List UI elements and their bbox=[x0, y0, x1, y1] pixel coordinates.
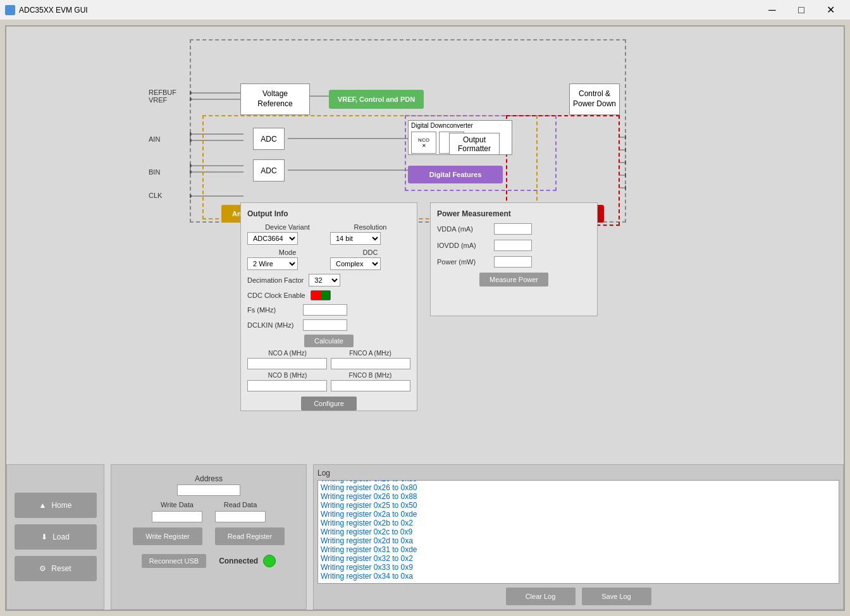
iovdd-value[interactable]: 47.3 bbox=[494, 240, 532, 251]
block-diagram: REFBUF VREF AIN BIN CLK VoltageReference… bbox=[13, 33, 837, 229]
load-button[interactable]: ⬇ Load bbox=[15, 524, 97, 550]
control-power-label: Control &Power Down bbox=[573, 89, 616, 109]
cdc-clock-label: CDC Clock Enable bbox=[247, 292, 305, 299]
adc-1-label: ADC bbox=[261, 135, 276, 144]
svg-point-3 bbox=[190, 97, 192, 101]
vref-control-pdn-button[interactable]: VREF, Control and PDN bbox=[329, 90, 424, 109]
fs-input[interactable]: 125.0 bbox=[303, 304, 347, 316]
vdda-value[interactable]: 67.5 bbox=[494, 223, 532, 235]
connected-label: Connected bbox=[219, 557, 258, 565]
cdc-clock-toggle[interactable] bbox=[311, 290, 331, 300]
nco-a-input[interactable]: 168362718 bbox=[247, 358, 327, 369]
svg-marker-22 bbox=[625, 135, 626, 140]
resolution-select[interactable]: 14 bit16 bit12 bit bbox=[330, 232, 381, 245]
write-data-label: Write Data bbox=[161, 501, 194, 508]
output-formatter-label: Output Formatter bbox=[450, 135, 499, 153]
svg-point-2 bbox=[190, 91, 192, 95]
minimize-button[interactable]: ─ bbox=[758, 0, 787, 20]
reconnect-usb-button[interactable]: Reconnect USB bbox=[142, 554, 206, 568]
nco-block: NCO✕ bbox=[411, 132, 436, 154]
home-label: Home bbox=[51, 501, 71, 510]
main-window: REFBUF VREF AIN BIN CLK VoltageReference… bbox=[5, 25, 845, 611]
address-label: Address bbox=[177, 474, 240, 483]
nav-panel: ▲ Home ⬇ Load ⚙ Reset bbox=[6, 464, 104, 610]
power-measurement-panel: Power Measurement VDDA (mA) 67.5 IOVDD (… bbox=[430, 202, 598, 316]
fs-label: Fs (MHz) bbox=[247, 306, 298, 314]
read-data-input[interactable]: 0x00 bbox=[215, 511, 266, 522]
voltage-ref-label: VoltageReference bbox=[257, 89, 292, 109]
log-title: Log bbox=[317, 469, 839, 477]
title-bar: ADC35XX EVM GUI ─ □ ✕ bbox=[0, 0, 850, 20]
bottom-section: ▲ Home ⬇ Load ⚙ Reset Address 0x0000 Wri… bbox=[6, 464, 844, 610]
bin-label: BIN bbox=[149, 168, 160, 176]
vdda-label: VDDA (mA) bbox=[437, 225, 488, 233]
power-measurement-title: Power Measurement bbox=[437, 209, 591, 218]
close-button[interactable]: ✕ bbox=[816, 0, 845, 20]
reset-button[interactable]: ⚙ Reset bbox=[15, 556, 97, 581]
digital-features-button[interactable]: Digital Features bbox=[408, 166, 503, 183]
output-info-title: Output Info bbox=[247, 209, 410, 218]
reset-label: Reset bbox=[51, 564, 71, 573]
device-variant-select[interactable]: ADC3664ADC3662ADC3660 bbox=[247, 232, 298, 245]
refbuf-label: REFBUF bbox=[149, 89, 176, 96]
power-value[interactable]: 206.0 bbox=[494, 256, 532, 268]
measure-power-button[interactable]: Measure Power bbox=[479, 273, 548, 286]
save-log-button[interactable]: Save Log bbox=[582, 588, 651, 605]
maximize-button[interactable]: □ bbox=[787, 0, 816, 20]
vref-label: VREF bbox=[149, 96, 167, 104]
svg-point-13 bbox=[190, 194, 192, 198]
adc-2-label: ADC bbox=[261, 166, 276, 175]
ddc-label: Digital Downconverter bbox=[411, 122, 473, 129]
dclkin-label: DCLKIN (MHz) bbox=[247, 321, 298, 329]
ain-label: AIN bbox=[149, 135, 160, 143]
address-input[interactable]: 0x0000 bbox=[177, 484, 240, 496]
register-panel: Address 0x0000 Write Data 0x00 Read Data… bbox=[111, 464, 307, 610]
nco-b-input[interactable]: 168362718 bbox=[247, 380, 327, 391]
load-label: Load bbox=[52, 533, 70, 541]
decimation-select[interactable]: 3281664 bbox=[309, 274, 340, 286]
iovdd-label: IOVDD (mA) bbox=[437, 242, 488, 249]
svg-marker-25 bbox=[625, 173, 626, 178]
log-panel: Log Writing register 0x26 to 0x80Writing… bbox=[313, 464, 844, 610]
output-info-panel: Output Info Device Variant Resolution AD… bbox=[240, 202, 417, 411]
device-variant-label: Device Variant bbox=[247, 223, 328, 231]
home-button[interactable]: ▲ Home bbox=[15, 493, 97, 518]
svg-point-7 bbox=[190, 139, 192, 142]
log-content[interactable]: Writing register 0x26 to 0x80Writing reg… bbox=[317, 480, 839, 584]
svg-marker-26 bbox=[625, 185, 626, 190]
calculate-button[interactable]: Calculate bbox=[304, 335, 354, 347]
app-icon bbox=[5, 5, 15, 15]
ddc-select[interactable]: ComplexReal bbox=[330, 257, 381, 270]
nco-b-label: NCO B (MHz) bbox=[247, 372, 328, 379]
fnco-a-input[interactable]: 4.8999999999 bbox=[331, 358, 410, 369]
load-icon: ⬇ bbox=[41, 533, 47, 541]
adc-box-2: ADC bbox=[253, 159, 285, 182]
nco-a-label: NCO A (MHz) bbox=[247, 350, 328, 357]
dclkin-input[interactable]: 0.0 bbox=[303, 319, 347, 331]
fnco-b-input[interactable]: 4.8999999999 bbox=[331, 380, 410, 391]
mode-select[interactable]: 2 Wire1 Wire4 Wire bbox=[247, 257, 298, 270]
decimation-label: Decimation Factor bbox=[247, 276, 304, 284]
resolution-label: Resolution bbox=[330, 223, 410, 231]
read-data-label: Read Data bbox=[224, 501, 257, 508]
output-formatter-box: Output Formatter bbox=[449, 133, 500, 155]
svg-point-10 bbox=[190, 164, 192, 168]
home-icon: ▲ bbox=[39, 501, 47, 510]
svg-point-6 bbox=[190, 132, 192, 136]
clk-label: CLK bbox=[149, 192, 162, 199]
svg-point-11 bbox=[190, 170, 192, 174]
read-register-button[interactable]: Read Register bbox=[215, 527, 285, 545]
write-data-input[interactable]: 0x00 bbox=[152, 511, 202, 522]
svg-marker-24 bbox=[625, 160, 626, 165]
mode-label: Mode bbox=[247, 249, 328, 256]
connected-indicator-dot bbox=[263, 555, 276, 567]
write-register-button[interactable]: Write Register bbox=[133, 527, 202, 545]
configure-button[interactable]: Configure bbox=[301, 397, 357, 410]
svg-marker-23 bbox=[625, 147, 626, 152]
app-title: ADC35XX EVM GUI bbox=[19, 6, 88, 15]
clear-log-button[interactable]: Clear Log bbox=[506, 588, 576, 605]
voltage-ref-box: VoltageReference bbox=[240, 83, 310, 115]
fnco-b-label: FNCO B (MHz) bbox=[330, 372, 410, 379]
ddc-label: DDC bbox=[330, 249, 410, 256]
control-power-box: Control &Power Down bbox=[569, 83, 620, 115]
